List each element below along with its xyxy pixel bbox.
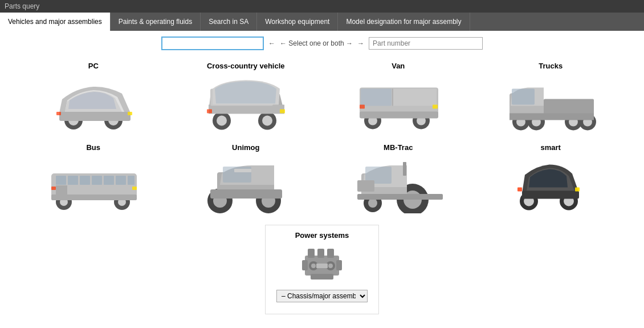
svg-rect-46: [92, 176, 102, 185]
svg-rect-36: [544, 99, 594, 115]
svg-rect-52: [132, 187, 137, 190]
power-systems-cell[interactable]: Power systems – Chassis/major assembly –: [265, 225, 379, 314]
svg-rect-68: [357, 180, 374, 192]
vehicle-unimog[interactable]: Unimog: [170, 143, 323, 213]
arrow-right-icon: →: [357, 39, 364, 47]
svg-rect-35: [512, 89, 535, 105]
svg-rect-69: [357, 194, 443, 200]
svg-rect-44: [68, 176, 78, 185]
vehicle-trucks-image: [505, 75, 596, 132]
svg-rect-49: [128, 176, 134, 185]
arrow-left-icon: ←: [268, 39, 275, 47]
vehicle-trucks[interactable]: Trucks: [475, 62, 627, 132]
svg-rect-13: [280, 110, 285, 114]
tab-vehicles[interactable]: Vehicles and major assemblies: [0, 13, 111, 31]
search-row: ← ← Select one or both → →: [0, 31, 644, 56]
power-systems-label: Power systems: [295, 231, 349, 240]
vehicle-van-label: Van: [392, 62, 405, 70]
svg-rect-75: [522, 191, 579, 199]
vehicle-grid: PC Cross-country vehicle: [0, 56, 644, 219]
title-bar: Parts query: [0, 0, 644, 13]
vehicle-van-image: [353, 75, 444, 132]
svg-point-65: [368, 199, 377, 208]
svg-rect-24: [360, 105, 365, 109]
vehicle-bus-label: Bus: [86, 143, 100, 152]
vehicle-trucks-label: Trucks: [539, 62, 563, 70]
svg-rect-76: [575, 188, 580, 192]
svg-rect-83: [336, 260, 342, 270]
model-search-input[interactable]: [161, 37, 264, 50]
tab-search[interactable]: Search in SA: [201, 13, 257, 31]
svg-rect-47: [104, 176, 114, 185]
vehicle-crosscountry-image: [200, 75, 291, 132]
vehicle-unimog-image: [200, 156, 291, 213]
title-text: Parts query: [5, 2, 39, 10]
svg-rect-89: [316, 264, 328, 268]
svg-rect-4: [59, 112, 131, 121]
vehicle-mbtrac-image: [353, 156, 444, 213]
svg-rect-37: [510, 114, 594, 120]
svg-rect-51: [51, 195, 137, 200]
vehicle-crosscountry[interactable]: Cross-country vehicle: [170, 62, 323, 132]
svg-point-8: [217, 116, 227, 126]
vehicle-smart-label: smart: [541, 143, 561, 152]
select-both-label: ← ← Select one or both → →: [268, 39, 364, 47]
tab-paints[interactable]: Paints & operating fluids: [111, 13, 201, 31]
vehicle-bus-image: [48, 156, 139, 213]
svg-rect-23: [433, 105, 438, 109]
svg-rect-45: [80, 176, 90, 185]
vehicle-bus[interactable]: Bus: [17, 143, 170, 213]
svg-rect-81: [327, 249, 334, 258]
svg-rect-25: [360, 112, 438, 119]
svg-rect-21: [393, 89, 437, 106]
svg-rect-5: [128, 112, 132, 115]
vehicle-pc-image: [48, 75, 139, 132]
svg-point-86: [311, 264, 316, 268]
svg-rect-77: [517, 188, 522, 192]
vehicle-smart-image: [505, 156, 596, 213]
power-systems-section: Power systems – Chassis/major assembly –: [0, 219, 644, 326]
svg-rect-6: [56, 112, 61, 115]
power-systems-image: [299, 244, 345, 284]
svg-rect-84: [311, 274, 333, 280]
nav-tabs: Vehicles and major assemblies Paints & o…: [0, 13, 644, 31]
svg-rect-14: [207, 110, 212, 114]
svg-point-10: [262, 116, 272, 126]
svg-rect-61: [234, 169, 251, 172]
tab-model[interactable]: Model designation for major assembly: [338, 13, 470, 31]
vehicle-smart[interactable]: smart: [475, 143, 627, 213]
vehicle-mbtrac-label: MB-Trac: [384, 143, 413, 152]
svg-rect-80: [317, 249, 324, 258]
vehicle-van[interactable]: Van: [322, 62, 475, 132]
svg-rect-82: [302, 260, 308, 270]
vehicle-pc-label: PC: [88, 62, 99, 70]
svg-rect-43: [56, 176, 66, 185]
svg-point-88: [328, 264, 333, 268]
svg-rect-53: [51, 187, 56, 190]
tab-workshop[interactable]: Workshop equipment: [257, 13, 338, 31]
vehicle-mbtrac[interactable]: MB-Trac: [322, 143, 475, 213]
vehicle-crosscountry-label: Cross-country vehicle: [207, 62, 285, 70]
svg-rect-79: [308, 249, 315, 258]
svg-rect-60: [210, 189, 282, 199]
vehicle-unimog-label: Unimog: [232, 143, 259, 152]
svg-rect-70: [403, 162, 406, 176]
svg-rect-11: [209, 105, 284, 114]
part-number-input[interactable]: [369, 37, 483, 50]
svg-rect-48: [116, 176, 126, 185]
vehicle-pc[interactable]: PC: [17, 62, 170, 132]
chassis-select[interactable]: – Chassis/major assembly –: [276, 290, 368, 302]
svg-rect-20: [361, 89, 392, 106]
